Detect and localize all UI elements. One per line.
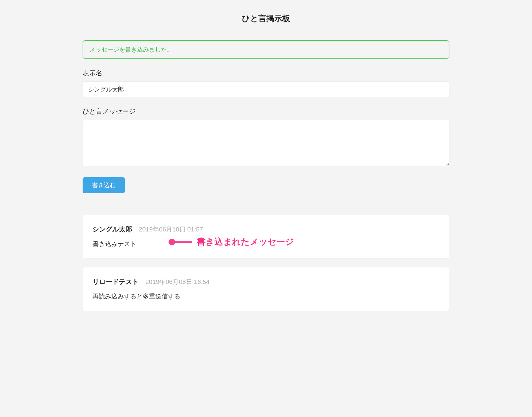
message-label: ひと言メッセージ — [83, 107, 449, 116]
message-body: 書き込みテスト — [93, 240, 439, 248]
alert-success: メッセージを書き込みました。 — [83, 40, 449, 59]
message-author: シングル太郎 — [93, 225, 132, 234]
display-name-label: 表示名 — [83, 69, 449, 78]
divider — [83, 205, 449, 205]
message-card: リロードテスト 2019年06月08日 16:54 再読み込みすると多重送信する — [83, 267, 449, 311]
message-textarea[interactable] — [83, 120, 449, 166]
message-card: シングル太郎 2019年06月10日 01:57 書き込みテスト 書き込まれたメ… — [83, 215, 449, 258]
message-date: 2019年06月08日 16:54 — [145, 278, 209, 286]
page-title: ひと言掲示板 — [83, 13, 449, 24]
display-name-input[interactable] — [83, 82, 449, 97]
message-body: 再読み込みすると多重送信する — [93, 292, 439, 301]
message-author: リロードテスト — [93, 277, 139, 286]
alert-text: メッセージを書き込みました。 — [90, 46, 173, 53]
submit-button[interactable]: 書き込む — [83, 177, 125, 193]
message-date: 2019年06月10日 01:57 — [139, 225, 203, 234]
